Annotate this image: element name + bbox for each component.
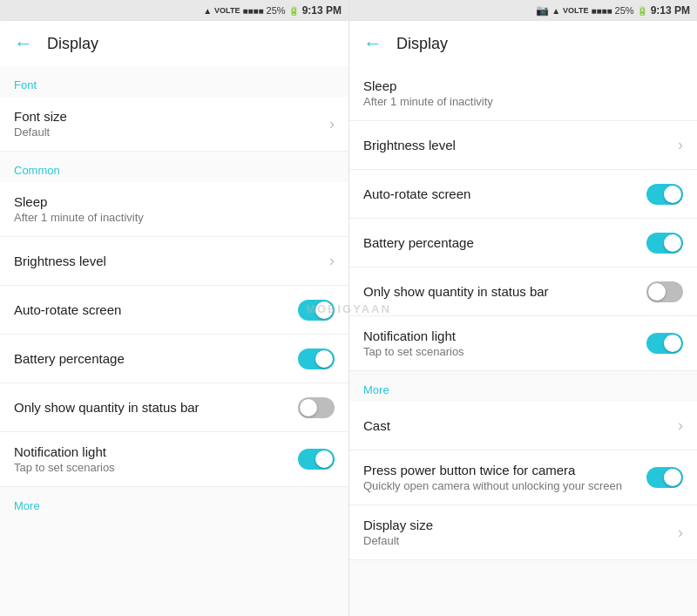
battery-pct-toggle-left[interactable] [298, 349, 335, 369]
right-status-icons: 📷 ▲ VOLTE ■■■■ 25% 🔋 [536, 4, 646, 17]
auto-rotate-knob-left [315, 301, 333, 319]
battery-pct-title-right: Battery percentage [363, 235, 646, 250]
display-size-title-right: Display size [363, 518, 678, 532]
quantity-toggle-right[interactable] [646, 281, 683, 302]
volte-label: VOLTE [214, 6, 240, 15]
quantity-title-left: Only show quantity in status bar [14, 400, 298, 415]
left-toolbar: ← Display [0, 21, 348, 66]
cast-chevron-right: › [678, 416, 683, 435]
section-header-more-left: More [0, 487, 348, 518]
auto-rotate-toggle-left[interactable] [298, 300, 335, 321]
left-panel: ▲ VOLTE ■■■■ 25% 🔋 9:13 PM ← Display Fon… [0, 0, 348, 616]
notif-light-toggle-left[interactable] [298, 449, 335, 470]
brightness-title-left: Brightness level [14, 254, 329, 268]
signal-bars-icon-right: ■■■■ [591, 6, 612, 16]
back-button-right[interactable]: ← [363, 32, 382, 55]
battery-pct-knob-left [315, 350, 333, 368]
auto-rotate-knob-right [664, 186, 681, 203]
display-size-subtitle-right: Default [363, 534, 678, 547]
quantity-title-right: Only show quantity in status bar [363, 284, 646, 299]
section-header-font: Font [0, 66, 348, 97]
setting-sleep-left[interactable]: Sleep After 1 minute of inactivity [0, 182, 348, 237]
sleep-title-left: Sleep [14, 194, 335, 209]
brightness-chevron-right: › [678, 136, 683, 154]
brightness-title-right: Brightness level [363, 138, 678, 152]
setting-battery-pct-left[interactable]: Battery percentage [0, 335, 348, 383]
battery-percentage-left: 25% [267, 5, 286, 16]
battery-percentage-right: 25% [615, 5, 634, 16]
power-camera-toggle-right[interactable] [646, 467, 683, 488]
setting-auto-rotate-left[interactable]: Auto-rotate screen [0, 286, 348, 335]
right-page-title: Display [396, 35, 448, 53]
section-header-common: Common [0, 152, 348, 182]
left-scroll-content: Font Font size Default › Common Sleep Af… [0, 66, 348, 616]
font-size-subtitle: Default [14, 125, 329, 139]
battery-pct-knob-right [664, 234, 681, 252]
quantity-toggle-left[interactable] [298, 397, 335, 418]
power-camera-knob-right [664, 469, 681, 486]
signal-bars-icon: ■■■■ [242, 6, 263, 16]
battery-pct-title-left: Battery percentage [14, 351, 298, 366]
time-right: 9:13 PM [651, 4, 690, 17]
left-page-title: Display [47, 35, 98, 53]
wifi-icon: ▲ [203, 6, 212, 16]
quantity-knob-left [300, 399, 317, 416]
setting-quantity-right[interactable]: Only show quantity in status bar [349, 267, 697, 316]
setting-font-size[interactable]: Font size Default › [0, 97, 348, 152]
battery-icon-right: 🔋 [637, 6, 647, 16]
notif-light-toggle-right[interactable] [646, 333, 683, 354]
time-left: 9:13 PM [302, 4, 342, 17]
setting-brightness-left[interactable]: Brightness level › [0, 237, 348, 286]
quantity-knob-right [648, 283, 666, 301]
sleep-subtitle-left: After 1 minute of inactivity [14, 211, 335, 224]
notif-light-knob-right [664, 335, 681, 352]
brightness-chevron-left: › [329, 252, 335, 270]
setting-sleep-right[interactable]: Sleep After 1 minute of inactivity [349, 66, 697, 121]
battery-pct-toggle-right[interactable] [646, 233, 683, 254]
setting-notification-light-left[interactable]: Notification light Tap to set scenarios [0, 432, 348, 487]
notif-light-subtitle-left: Tap to set scenarios [14, 461, 298, 474]
right-panel: 📷 ▲ VOLTE ■■■■ 25% 🔋 9:13 PM ← Display S… [348, 0, 697, 616]
notif-light-title-right: Notification light [363, 328, 646, 343]
setting-quantity-left[interactable]: Only show quantity in status bar [0, 383, 348, 432]
left-status-icons: ▲ VOLTE ■■■■ 25% 🔋 [203, 5, 298, 16]
left-status-bar: ▲ VOLTE ■■■■ 25% 🔋 9:13 PM [0, 0, 348, 21]
auto-rotate-title-left: Auto-rotate screen [14, 302, 298, 317]
right-status-bar: 📷 ▲ VOLTE ■■■■ 25% 🔋 9:13 PM [349, 0, 697, 21]
back-button-left[interactable]: ← [14, 32, 33, 55]
section-header-more-right: More [349, 371, 697, 402]
setting-brightness-right[interactable]: Brightness level › [349, 121, 697, 170]
font-size-title: Font size [14, 109, 329, 124]
notif-light-title-left: Notification light [14, 444, 298, 459]
right-toolbar: ← Display [349, 21, 697, 66]
setting-battery-pct-right[interactable]: Battery percentage [349, 219, 697, 267]
sleep-title-right: Sleep [363, 78, 683, 93]
auto-rotate-title-right: Auto-rotate screen [363, 186, 646, 201]
camera-icon-right: 📷 [536, 4, 549, 17]
cast-title-right: Cast [363, 418, 678, 433]
display-size-chevron-right: › [678, 524, 683, 542]
notif-light-knob-left [315, 450, 333, 468]
battery-icon-left: 🔋 [288, 6, 299, 16]
volte-label-right: VOLTE [563, 6, 588, 15]
notif-light-subtitle-right: Tap to set scenarios [363, 345, 646, 358]
setting-power-camera-right[interactable]: Press power button twice for camera Quic… [349, 450, 697, 505]
auto-rotate-toggle-right[interactable] [646, 184, 683, 205]
power-camera-title-right: Press power button twice for camera [363, 463, 646, 477]
sleep-subtitle-right: After 1 minute of inactivity [363, 95, 683, 108]
setting-display-size-right[interactable]: Display size Default › [349, 505, 697, 560]
power-camera-subtitle-right: Quickly open camera without unlocking yo… [363, 479, 646, 492]
setting-notification-light-right[interactable]: Notification light Tap to set scenarios [349, 316, 697, 371]
wifi-icon-right: ▲ [552, 6, 560, 16]
font-size-chevron: › [329, 115, 335, 133]
setting-cast-right[interactable]: Cast › [349, 402, 697, 450]
right-scroll-content: Sleep After 1 minute of inactivity Brigh… [349, 66, 697, 616]
setting-auto-rotate-right[interactable]: Auto-rotate screen [349, 170, 697, 219]
